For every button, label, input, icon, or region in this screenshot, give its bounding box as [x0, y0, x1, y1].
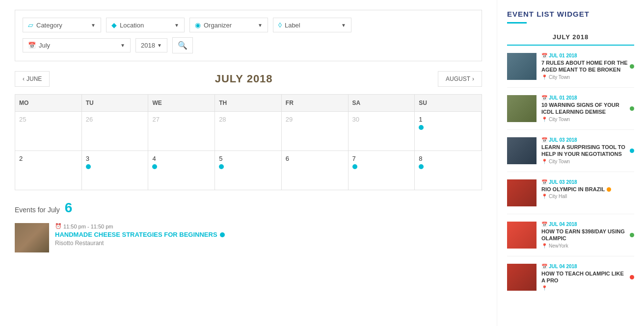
widget-title-2[interactable]: LEARN A SURPRISING TOOL TO HELP IN YOUR … — [541, 144, 634, 158]
filter-row-1: ▱ Category ▼ ◆ Location ▼ ◉ Organizer ▼ … — [23, 18, 474, 32]
location-pin-icon-1: 📍 — [541, 117, 547, 122]
widget-divider-0 — [507, 87, 634, 88]
cal-day-2[interactable]: 2 — [15, 150, 82, 190]
next-arrow-icon: › — [472, 75, 474, 82]
sidebar-divider — [507, 22, 527, 24]
widget-dot-5 — [630, 275, 634, 279]
widget-thumb-4 — [507, 222, 537, 249]
widget-info-1: 📅 JUL 01 2018 10 WARNING SIGNS OF YOUR I… — [541, 95, 634, 122]
header-th: TH — [215, 95, 282, 111]
widget-location-2: 📍 City Town — [541, 159, 634, 164]
organizer-filter[interactable]: ◉ Organizer ▼ — [189, 18, 268, 32]
cal-day-8[interactable]: 8 — [415, 150, 482, 190]
cal-day-26[interactable]: 26 — [82, 111, 149, 150]
search-button[interactable]: 🔍 — [172, 37, 193, 53]
widget-location-text-1: City Town — [549, 117, 570, 122]
organizer-label: Organizer — [204, 22, 258, 29]
events-for-day-header: Events for July 6 — [15, 200, 482, 216]
cal-day-25[interactable]: 25 — [15, 111, 82, 150]
event-dot-1 — [419, 125, 424, 130]
category-label: Category — [36, 22, 91, 29]
widget-dot-4 — [630, 233, 634, 237]
widget-title-4[interactable]: HOW TO EARN $398/DAY USING OLAMPIC — [541, 228, 634, 242]
widget-divider-4 — [507, 256, 634, 256]
next-month-button[interactable]: AUGUST › — [438, 71, 482, 87]
widget-event-5: 📅 JUL 04 2018 HOW TO TEACH OLAMPIC LIKE … — [507, 264, 634, 291]
cal-day-5[interactable]: 5 — [215, 150, 282, 190]
cal-day-28[interactable]: 28 — [215, 111, 282, 150]
event-time-0: ⏰ 11:50 pm - 11:50 pm — [55, 223, 225, 229]
widget-title-text-5: HOW TO TEACH OLAMPIC LIKE A PRO — [541, 270, 628, 284]
page-wrapper: ▱ Category ▼ ◆ Location ▼ ◉ Organizer ▼ … — [0, 0, 644, 326]
widget-info-5: 📅 JUL 04 2018 HOW TO TEACH OLAMPIC LIKE … — [541, 264, 634, 291]
event-venue-0: Risotto Restaurant — [55, 240, 225, 247]
organizer-icon: ◉ — [195, 21, 201, 29]
widget-cal-icon-4: 📅 — [541, 222, 547, 227]
year-label: 2018 — [141, 42, 155, 49]
event-thumb-img-0 — [15, 223, 49, 252]
widget-thumb-3 — [507, 179, 537, 206]
widget-location-text-3: City Hall — [549, 194, 567, 199]
prev-month-button[interactable]: ‹ JUNE — [15, 71, 50, 87]
widget-date-3: 📅 JUL 03 2018 — [541, 179, 611, 185]
event-dot-7 — [352, 164, 357, 169]
category-filter[interactable]: ▱ Category ▼ — [23, 18, 101, 32]
header-fr: FR — [282, 95, 349, 111]
month-filter[interactable]: 📅 July ▼ — [23, 38, 131, 52]
event-title-text-0: HANDMADE CHEESE STRATEGIES FOR BEGINNERS — [55, 231, 217, 238]
widget-title-text-4: HOW TO EARN $398/DAY USING OLAMPIC — [541, 228, 628, 242]
event-title-0[interactable]: HANDMADE CHEESE STRATEGIES FOR BEGINNERS — [55, 231, 225, 238]
widget-title-1[interactable]: 10 WARNING SIGNS OF YOUR ICDL LEARNING D… — [541, 101, 634, 116]
clock-icon: ⏰ — [55, 223, 62, 229]
cal-day-3[interactable]: 3 — [82, 150, 149, 190]
widget-dot-1 — [630, 106, 634, 111]
widget-dot-3 — [607, 187, 611, 192]
cal-day-6[interactable]: 6 — [282, 150, 349, 190]
widget-thumb-5 — [507, 264, 537, 291]
header-sa: SA — [349, 95, 415, 111]
event-time-text-0: 11:50 pm - 11:50 pm — [63, 224, 113, 229]
cal-day-7[interactable]: 7 — [349, 150, 415, 190]
event-dot-5 — [219, 164, 224, 169]
widget-location-4: 📍 NewYork — [541, 243, 634, 249]
cal-day-30[interactable]: 30 — [349, 111, 415, 150]
location-pin-icon-0: 📍 — [541, 75, 547, 80]
year-filter[interactable]: 2018 ▼ — [135, 38, 167, 52]
widget-info-0: 📅 JUL 01 2018 7 RULES ABOUT HOME FOR THE… — [541, 53, 634, 80]
cal-day-29[interactable]: 29 — [282, 111, 349, 150]
event-dot-3 — [86, 164, 91, 169]
month-arrow: ▼ — [120, 43, 125, 48]
widget-location-5: 📍 — [541, 285, 634, 291]
widget-title-3[interactable]: RIO OLYMPIC IN BRAZIL — [541, 186, 611, 193]
header-tu: TU — [82, 95, 149, 111]
event-dot-8 — [419, 164, 424, 169]
widget-thumb-0 — [507, 53, 537, 80]
widget-dot-0 — [630, 64, 634, 69]
month-label: July — [39, 42, 120, 49]
widget-month-title: JULY 2018 — [507, 33, 634, 46]
widget-divider-2 — [507, 172, 634, 172]
widget-title-0[interactable]: 7 RULES ABOUT HOME FOR THE AGED MEANT TO… — [541, 59, 634, 74]
next-month-label: AUGUST — [446, 75, 470, 82]
widget-location-0: 📍 City Town — [541, 75, 634, 80]
cal-day-4[interactable]: 4 — [148, 150, 215, 190]
widget-date-4: 📅 JUL 04 2018 — [541, 222, 634, 227]
widget-event-3: 📅 JUL 03 2018 RIO OLYMPIC IN BRAZIL 📍 Ci… — [507, 179, 634, 206]
widget-date-5: 📅 JUL 04 2018 — [541, 264, 634, 269]
prev-arrow-icon: ‹ — [23, 75, 25, 82]
event-item-0: ⏰ 11:50 pm - 11:50 pm HANDMADE CHEESE ST… — [15, 223, 482, 252]
cal-day-27[interactable]: 27 — [148, 111, 215, 150]
widget-info-4: 📅 JUL 04 2018 HOW TO EARN $398/DAY USING… — [541, 222, 634, 249]
widget-title-text-2: LEARN A SURPRISING TOOL TO HELP IN YOUR … — [541, 144, 628, 158]
location-filter[interactable]: ◆ Location ▼ — [106, 18, 185, 32]
location-arrow: ▼ — [174, 23, 179, 28]
widget-thumb-img-2 — [507, 137, 537, 164]
category-arrow: ▼ — [91, 23, 96, 28]
cal-day-1[interactable]: 1 — [415, 111, 482, 150]
event-info-0: ⏰ 11:50 pm - 11:50 pm HANDMADE CHEESE ST… — [55, 223, 225, 247]
label-icon: ◊ — [278, 21, 282, 29]
widget-event-4: 📅 JUL 04 2018 HOW TO EARN $398/DAY USING… — [507, 222, 634, 249]
widget-thumb-img-1 — [507, 95, 537, 122]
widget-title-5[interactable]: HOW TO TEACH OLAMPIC LIKE A PRO — [541, 270, 634, 284]
label-filter[interactable]: ◊ Label ▼ — [273, 18, 351, 32]
